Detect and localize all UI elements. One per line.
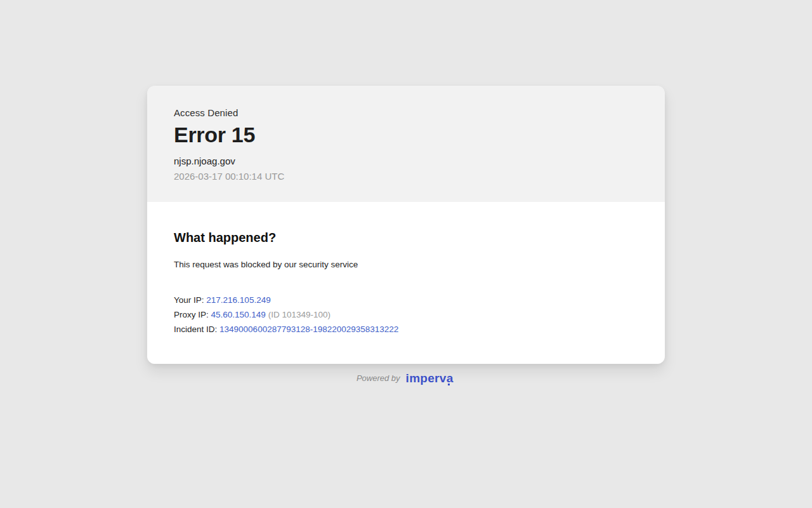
powered-by-label: Powered by [357, 373, 400, 383]
error-card: Access Denied Error 15 njsp.njoag.gov 20… [147, 86, 665, 364]
your-ip-label: Your IP: [174, 295, 204, 305]
imperva-logo-dot [448, 384, 450, 386]
blocked-hostname: njsp.njoag.gov [174, 156, 638, 166]
imperva-logo: imperva [406, 371, 454, 385]
block-timestamp: 2026-03-17 00:10:14 UTC [174, 171, 638, 182]
incident-details: Your IP: 217.216.105.249 Proxy IP: 45.60… [174, 293, 638, 337]
incident-id-value: 1349000600287793128-198220029358313222 [219, 324, 398, 334]
error-card-header: Access Denied Error 15 njsp.njoag.gov 20… [147, 86, 665, 202]
proxy-ip-row: Proxy IP: 45.60.150.149 (ID 101349-100) [174, 307, 638, 322]
error-card-body: What happened? This request was blocked … [147, 202, 665, 364]
access-denied-label: Access Denied [174, 107, 638, 118]
incident-id-row: Incident ID: 1349000600287793128-1982200… [174, 322, 638, 337]
your-ip-row: Your IP: 217.216.105.249 [174, 293, 638, 307]
your-ip-value: 217.216.105.249 [206, 295, 270, 305]
powered-by-footer: Powered byimperva [147, 371, 665, 385]
proxy-id-value: (ID 101349-100) [268, 310, 331, 319]
block-description: This request was blocked by our security… [174, 260, 638, 269]
what-happened-heading: What happened? [174, 231, 638, 245]
error-code-title: Error 15 [174, 123, 638, 147]
proxy-ip-label: Proxy IP: [174, 310, 209, 319]
proxy-ip-value: 45.60.150.149 [211, 310, 266, 319]
incident-id-label: Incident ID: [174, 324, 217, 334]
